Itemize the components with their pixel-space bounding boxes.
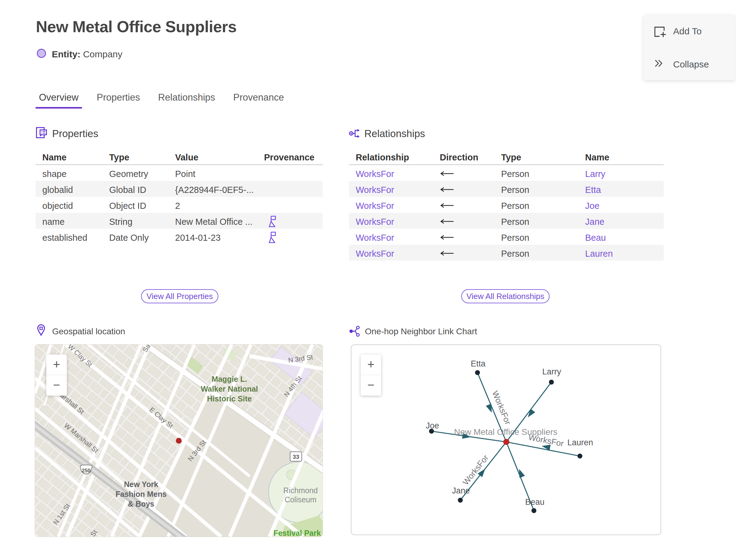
svg-text:Lauren: Lauren <box>567 438 593 447</box>
svg-text:Etta: Etta <box>471 359 486 368</box>
svg-text:Maggie L.: Maggie L. <box>212 375 247 383</box>
svg-text:Walker National: Walker National <box>201 385 258 393</box>
svg-text:Fashion Mens: Fashion Mens <box>116 490 167 498</box>
svg-text:New Metal Office Suppliers: New Metal Office Suppliers <box>454 427 557 437</box>
svg-text:250: 250 <box>82 468 90 474</box>
svg-text:Joe: Joe <box>426 421 439 430</box>
svg-text:Beau: Beau <box>525 497 544 507</box>
svg-text:Coliseum: Coliseum <box>285 495 316 504</box>
svg-text:WorksFor: WorksFor <box>461 453 490 487</box>
svg-text:33: 33 <box>293 454 299 460</box>
svg-text:Richmond: Richmond <box>283 486 318 495</box>
svg-text:Historic Site: Historic Site <box>207 394 252 403</box>
svg-text:& Boys: & Boys <box>128 500 154 508</box>
svg-text:WorksFor: WorksFor <box>490 389 512 426</box>
svg-text:Festival Park: Festival Park <box>274 529 321 537</box>
svg-text:Larry: Larry <box>542 367 561 376</box>
svg-text:New York: New York <box>124 480 158 489</box>
svg-text:Jane: Jane <box>452 486 470 495</box>
